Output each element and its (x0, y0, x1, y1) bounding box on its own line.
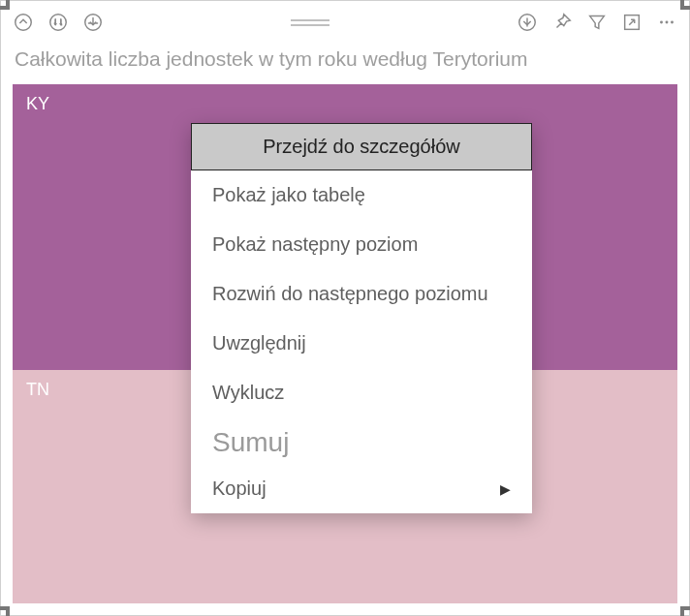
segment-label: TN (26, 380, 49, 399)
drill-up-icon[interactable] (9, 8, 38, 37)
menu-item-show-as-table[interactable]: Pokaż jako tabelę (191, 170, 532, 220)
menu-item-expand-next-level[interactable]: Rozwiń do następnego poziomu (191, 269, 532, 319)
corner-tick (0, 606, 10, 616)
more-options-icon[interactable] (652, 8, 681, 37)
svg-point-1 (50, 15, 67, 31)
svg-point-6 (666, 21, 669, 24)
drill-down-all-icon[interactable] (44, 8, 73, 37)
corner-tick (0, 0, 10, 10)
svg-point-5 (660, 21, 663, 24)
svg-point-0 (16, 15, 32, 31)
menu-item-copy[interactable]: Kopiuj ▶ (191, 464, 532, 513)
drag-grip-icon[interactable] (291, 17, 329, 27)
context-menu-header[interactable]: Przejdź do szczegółów (191, 123, 532, 170)
segment-label: KY (26, 94, 49, 113)
menu-item-label: Kopiuj (212, 477, 267, 500)
drill-expand-icon[interactable] (78, 8, 108, 37)
context-menu: Przejdź do szczegółów Pokaż jako tabelę … (191, 123, 532, 513)
submenu-arrow-icon: ▶ (500, 481, 511, 497)
visual-frame: Całkowita liczba jednostek w tym roku we… (0, 0, 690, 616)
menu-item-exclude[interactable]: Wyklucz (191, 368, 532, 417)
visual-title: Całkowita liczba jednostek w tym roku we… (1, 44, 689, 78)
popout-icon[interactable] (617, 8, 646, 37)
focus-mode-icon[interactable] (513, 8, 542, 37)
corner-tick (680, 606, 690, 616)
menu-item-show-next-level[interactable]: Pokaż następny poziom (191, 220, 532, 269)
svg-point-7 (671, 21, 674, 24)
menu-item-include[interactable]: Uwzględnij (191, 319, 532, 368)
corner-tick (680, 0, 690, 10)
filter-icon[interactable] (582, 8, 612, 37)
menu-item-summarize[interactable]: Sumuj (191, 417, 532, 464)
visual-toolbar (1, 1, 689, 44)
pin-icon[interactable] (548, 8, 577, 37)
